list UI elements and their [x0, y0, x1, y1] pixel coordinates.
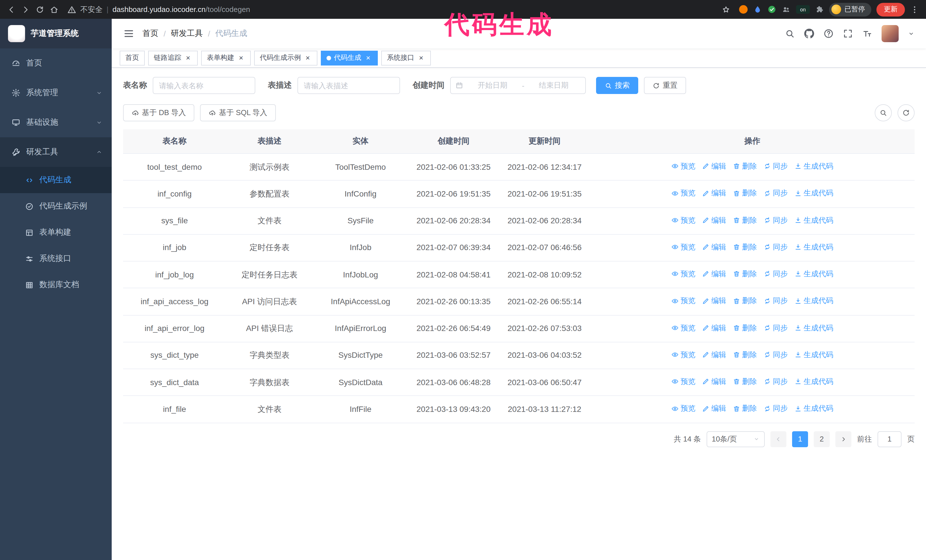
bookmark-star-icon[interactable]	[722, 5, 731, 14]
sync-link[interactable]: 同步	[764, 295, 788, 306]
sidebar-item-api[interactable]: 系统接口	[0, 246, 112, 272]
edit-link[interactable]: 编辑	[702, 322, 726, 333]
hamburger-icon[interactable]	[123, 28, 135, 39]
toggle-search-button[interactable]	[875, 104, 892, 121]
close-icon[interactable]: ×	[304, 54, 312, 62]
preview-link[interactable]: 预览	[671, 295, 695, 306]
close-icon[interactable]: ×	[184, 54, 192, 62]
page-button-2[interactable]: 2	[814, 431, 830, 447]
font-size-icon[interactable]	[862, 29, 872, 39]
date-range-input[interactable]: 开始日期 - 结束日期	[450, 77, 586, 94]
edit-link[interactable]: 编辑	[702, 214, 726, 226]
preview-link[interactable]: 预览	[671, 242, 695, 253]
github-icon[interactable]	[804, 29, 814, 39]
delete-link[interactable]: 删除	[733, 403, 757, 414]
sidebar-item-codegen-example[interactable]: 代码生成示例	[0, 193, 112, 219]
prev-page-button[interactable]	[770, 431, 787, 447]
import-db-button[interactable]: 基于 DB 导入	[123, 104, 195, 121]
edit-link[interactable]: 编辑	[702, 349, 726, 360]
import-sql-button[interactable]: 基于 SQL 导入	[200, 104, 276, 121]
breadcrumb-item[interactable]: 研发工具	[171, 29, 203, 39]
table-name-input[interactable]	[153, 77, 255, 94]
extension-check-icon[interactable]	[767, 5, 776, 14]
page-size-select[interactable]: 10条/页	[707, 431, 765, 447]
sidebar-item-home[interactable]: 首页	[0, 48, 112, 78]
sync-link[interactable]: 同步	[764, 214, 788, 226]
extension-people-icon[interactable]	[782, 5, 790, 14]
edit-link[interactable]: 编辑	[702, 242, 726, 253]
generate-link[interactable]: 生成代码	[794, 242, 833, 253]
delete-link[interactable]: 删除	[733, 268, 757, 279]
generate-link[interactable]: 生成代码	[794, 322, 833, 333]
reset-button[interactable]: 重置	[644, 77, 686, 94]
edit-link[interactable]: 编辑	[702, 376, 726, 387]
edit-link[interactable]: 编辑	[702, 403, 726, 414]
extensions-puzzle-icon[interactable]	[816, 5, 824, 14]
sync-link[interactable]: 同步	[764, 403, 788, 414]
edit-link[interactable]: 编辑	[702, 295, 726, 306]
delete-link[interactable]: 删除	[733, 214, 757, 226]
browser-update-button[interactable]: 更新	[876, 3, 905, 16]
sidebar-item-db-doc[interactable]: 数据库文档	[0, 272, 112, 298]
sidebar-item-devtools[interactable]: 研发工具	[0, 137, 112, 167]
help-icon[interactable]	[823, 29, 834, 39]
preview-link[interactable]: 预览	[671, 322, 695, 333]
refresh-list-button[interactable]	[897, 104, 915, 121]
generate-link[interactable]: 生成代码	[794, 161, 833, 172]
profile-paused-badge[interactable]: 已暂停	[829, 3, 871, 16]
tab-home[interactable]: 首页	[120, 50, 145, 65]
generate-link[interactable]: 生成代码	[794, 376, 833, 387]
sync-link[interactable]: 同步	[764, 188, 788, 199]
address-bar[interactable]: 不安全 | dashboard.yudao.iocoder.cn/tool/co…	[64, 4, 734, 15]
sync-link[interactable]: 同步	[764, 349, 788, 360]
edit-link[interactable]: 编辑	[702, 188, 726, 199]
generate-link[interactable]: 生成代码	[794, 349, 833, 360]
browser-reload-icon[interactable]	[35, 5, 44, 14]
breadcrumb-item[interactable]: 首页	[142, 29, 159, 39]
preview-link[interactable]: 预览	[671, 214, 695, 226]
sync-link[interactable]: 同步	[764, 376, 788, 387]
browser-menu-icon[interactable]	[910, 5, 919, 14]
goto-page-input[interactable]	[878, 431, 902, 447]
preview-link[interactable]: 预览	[671, 376, 695, 387]
delete-link[interactable]: 删除	[733, 161, 757, 172]
delete-link[interactable]: 删除	[733, 242, 757, 253]
delete-link[interactable]: 删除	[733, 322, 757, 333]
browser-forward-icon[interactable]	[21, 5, 30, 14]
close-icon[interactable]: ×	[237, 54, 245, 62]
table-desc-input[interactable]	[298, 77, 400, 94]
browser-back-icon[interactable]	[7, 5, 16, 14]
generate-link[interactable]: 生成代码	[794, 214, 833, 226]
chevron-down-icon[interactable]	[908, 30, 915, 37]
sidebar-item-infra[interactable]: 基础设施	[0, 108, 112, 137]
delete-link[interactable]: 删除	[733, 188, 757, 199]
generate-link[interactable]: 生成代码	[794, 403, 833, 414]
browser-home-icon[interactable]	[50, 5, 59, 14]
extension-on-badge[interactable]: on	[796, 5, 810, 14]
sidebar-item-form-builder[interactable]: 表单构建	[0, 219, 112, 246]
preview-link[interactable]: 预览	[671, 268, 695, 279]
delete-link[interactable]: 删除	[733, 349, 757, 360]
edit-link[interactable]: 编辑	[702, 161, 726, 172]
close-icon[interactable]: ×	[417, 54, 425, 62]
delete-link[interactable]: 删除	[733, 376, 757, 387]
extension-drop-icon[interactable]	[754, 5, 762, 14]
tab-form-builder[interactable]: 表单构建×	[201, 50, 251, 65]
generate-link[interactable]: 生成代码	[794, 268, 833, 279]
page-button-1[interactable]: 1	[792, 431, 808, 447]
preview-link[interactable]: 预览	[671, 161, 695, 172]
next-page-button[interactable]	[835, 431, 851, 447]
user-avatar[interactable]	[882, 25, 899, 42]
sidebar-item-codegen[interactable]: 代码生成	[0, 167, 112, 193]
generate-link[interactable]: 生成代码	[794, 188, 833, 199]
delete-link[interactable]: 删除	[733, 295, 757, 306]
search-button[interactable]: 搜索	[596, 77, 638, 94]
edit-link[interactable]: 编辑	[702, 268, 726, 279]
preview-link[interactable]: 预览	[671, 349, 695, 360]
extension-icon[interactable]	[739, 5, 747, 14]
tab-codegen[interactable]: 代码生成×	[321, 50, 378, 65]
search-icon[interactable]	[785, 29, 795, 39]
preview-link[interactable]: 预览	[671, 403, 695, 414]
sync-link[interactable]: 同步	[764, 322, 788, 333]
sync-link[interactable]: 同步	[764, 242, 788, 253]
